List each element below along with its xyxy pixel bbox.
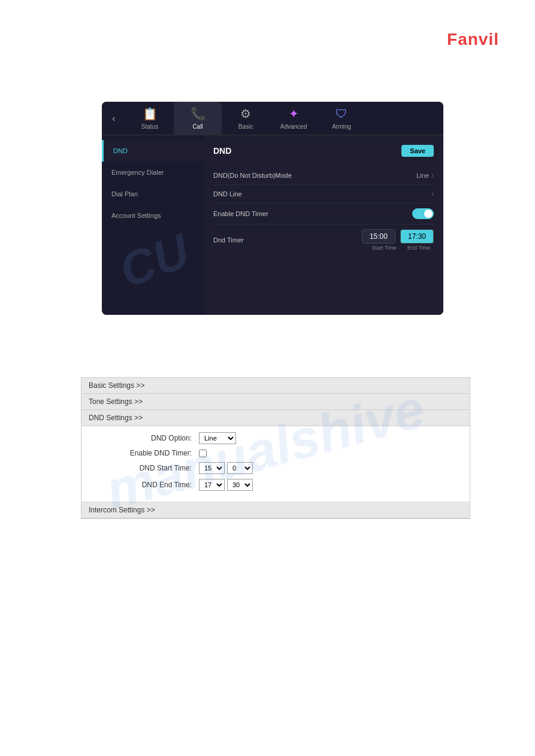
tab-arming[interactable]: 🛡 Arming	[318, 102, 365, 135]
timer-boxes-container: 15:00 17:30 Start Time End Time	[362, 229, 434, 251]
web-dnd-end-hour-select[interactable]: 15161718	[199, 479, 225, 491]
call-icon: 📞	[191, 107, 205, 121]
sidebar-item-emergency-dialer[interactable]: Emergency Dialer	[102, 162, 204, 183]
tab-basic-label: Basic	[238, 123, 253, 130]
fanvil-logo: Fanvil	[447, 30, 499, 49]
sidebar-item-dnd[interactable]: DND	[102, 140, 204, 162]
start-time-box[interactable]: 15:00	[362, 229, 395, 244]
tab-advanced[interactable]: ✦ Advanced	[270, 102, 318, 135]
phone-panel: ‹ 📋 Status 📞 Call ⚙ Basic ✦ Advanced 🛡 A…	[102, 102, 443, 315]
web-dnd-end-time-label: DND End Time:	[91, 481, 199, 489]
tab-status-label: Status	[141, 123, 158, 130]
chevron-right-icon: ›	[431, 171, 434, 180]
dnd-line-row: DND Line ›	[213, 185, 434, 204]
main-header: DND Save	[213, 145, 434, 157]
back-icon: ‹	[112, 113, 115, 124]
phone-content: DND Emergency Dialer Dial Plan Account S…	[102, 135, 443, 315]
web-enable-dnd-timer-checkbox[interactable]	[199, 450, 207, 457]
chevron-right-icon-2: ›	[431, 190, 434, 198]
web-dnd-start-min-select[interactable]: 0153045	[227, 462, 253, 474]
web-dnd-option-row: DND Option: Line Phone Off	[91, 432, 460, 444]
web-dnd-option-label: DND Option:	[91, 434, 199, 442]
tab-call[interactable]: 📞 Call	[174, 102, 222, 135]
web-dnd-settings-header[interactable]: DND Settings >>	[81, 410, 470, 426]
enable-dnd-timer-label: Enable DND Timer	[213, 210, 412, 217]
start-time-label: Start Time	[369, 245, 399, 251]
dnd-line-value: ›	[431, 190, 434, 198]
web-enable-dnd-timer-row: Enable DND Timer:	[91, 449, 460, 457]
web-dnd-end-time-row: DND End Time: 15161718 0153045	[91, 479, 460, 491]
logo-text: Fanvil	[447, 30, 499, 48]
phone-main: DND Save DND(Do Not Disturb)Mode Line › …	[204, 135, 443, 315]
timer-row: Dnd Timer 15:00 17:30 Start Time End Tim…	[213, 224, 434, 256]
web-dnd-option-select[interactable]: Line Phone Off	[199, 432, 236, 444]
web-dnd-start-time-label: DND Start Time:	[91, 464, 199, 472]
sidebar-item-account-settings[interactable]: Account Settings	[102, 205, 204, 226]
sidebar-item-dial-plan[interactable]: Dial Plan	[102, 183, 204, 205]
dnd-mode-value: Line ›	[416, 171, 434, 180]
web-dnd-start-hour-select[interactable]: 151617	[199, 462, 225, 474]
web-panel: Basic Settings >> Tone Settings >> DND S…	[81, 377, 470, 519]
basic-icon: ⚙	[240, 107, 251, 121]
phone-nav: ‹ 📋 Status 📞 Call ⚙ Basic ✦ Advanced 🛡 A…	[102, 102, 443, 135]
dnd-mode-label: DND(Do Not Disturb)Mode	[213, 172, 416, 179]
enable-dnd-timer-row: Enable DND Timer	[213, 204, 434, 224]
timer-boxes: 15:00 17:30	[362, 229, 434, 244]
timer-label: Dnd Timer	[213, 236, 244, 244]
dnd-mode-row: DND(Do Not Disturb)Mode Line ›	[213, 166, 434, 185]
tab-basic[interactable]: ⚙ Basic	[222, 102, 270, 135]
save-button[interactable]: Save	[401, 145, 434, 157]
tab-arming-label: Arming	[332, 123, 351, 130]
dnd-timer-toggle[interactable]	[412, 208, 434, 219]
status-icon: 📋	[143, 107, 158, 121]
tab-advanced-label: Advanced	[280, 123, 307, 130]
end-time-box[interactable]: 17:30	[400, 229, 434, 244]
web-dnd-start-time-row: DND Start Time: 151617 0153045	[91, 462, 460, 474]
advanced-icon: ✦	[289, 107, 299, 121]
tab-call-label: Call	[192, 123, 202, 130]
web-basic-settings-header[interactable]: Basic Settings >>	[81, 378, 470, 394]
back-button[interactable]: ‹	[102, 102, 126, 135]
web-dnd-end-min-select[interactable]: 0153045	[227, 479, 253, 491]
web-intercom-settings-header[interactable]: Intercom Settings >>	[81, 502, 470, 518]
web-tone-settings-header[interactable]: Tone Settings >>	[81, 394, 470, 410]
tab-status[interactable]: 📋 Status	[126, 102, 174, 135]
web-enable-dnd-timer-label: Enable DND Timer:	[91, 449, 199, 457]
web-dnd-settings-content: DND Option: Line Phone Off Enable DND Ti…	[81, 426, 470, 502]
phone-sidebar: DND Emergency Dialer Dial Plan Account S…	[102, 135, 204, 315]
end-time-label: End Time	[404, 245, 434, 251]
arming-icon: 🛡	[335, 107, 347, 121]
dnd-line-label: DND Line	[213, 190, 431, 198]
main-title: DND	[213, 146, 231, 156]
timer-labels: Start Time End Time	[362, 245, 434, 251]
